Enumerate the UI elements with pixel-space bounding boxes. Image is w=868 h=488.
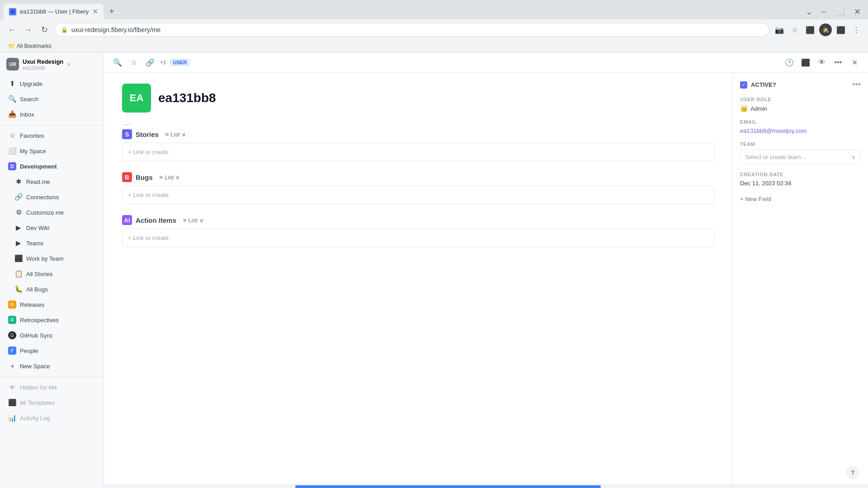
layout-button[interactable]: ⬛ xyxy=(799,56,812,69)
sidebar-item-work-by-team[interactable]: ⬛ Work by Team xyxy=(2,251,102,266)
sidebar-item-all-stories[interactable]: 📋 All Stories xyxy=(2,267,102,281)
bugs-view-label: List xyxy=(165,174,174,181)
bookmark-star-icon[interactable]: ☆ xyxy=(788,23,801,36)
sidebar-item-github-sync[interactable]: G GitHub Sync xyxy=(2,328,102,343)
forward-button[interactable]: → xyxy=(22,23,34,36)
sidebar-item-templates[interactable]: ⬛ 86 Templates xyxy=(2,395,102,410)
sidebar-item-upgrade[interactable]: ⬆ Upgrade xyxy=(2,76,102,91)
bugs-link-or-create-label: + Link or create xyxy=(128,192,169,198)
link-count[interactable]: +1 xyxy=(160,59,166,66)
tab-close-button[interactable]: ✕ xyxy=(92,7,98,16)
user-avatar-large: EA xyxy=(122,84,151,113)
sidebar-item-favorites[interactable]: ☆ Favorites xyxy=(2,128,102,143)
view-button[interactable]: 👁 xyxy=(816,56,828,69)
close-button[interactable]: ✕ xyxy=(850,5,864,19)
inbox-icon: 📥 xyxy=(8,110,16,118)
active-tab[interactable]: ea131bb8 — User | Fibery ✕ xyxy=(4,4,104,19)
more-fields-button[interactable]: ... xyxy=(122,116,714,129)
releases-label: Releases xyxy=(20,301,44,308)
people-icon: P xyxy=(8,347,16,355)
my-space-icon: ⬜ xyxy=(8,147,16,155)
sidebar-item-all-bugs[interactable]: 🐛 All Bugs xyxy=(2,282,102,296)
active-menu-button[interactable]: ••• xyxy=(852,80,861,89)
link-or-create-label: + Link or create xyxy=(128,149,169,155)
sidebar-divider-1 xyxy=(0,125,104,125)
sidebar-item-my-space[interactable]: ⬜ My Space xyxy=(2,144,102,158)
more-options-button[interactable]: ••• xyxy=(832,56,844,69)
stories-section-header: S Stories ≡ List ∨ xyxy=(122,129,714,139)
action-items-view-chevron: ∨ xyxy=(199,217,204,224)
sidebar-item-teams[interactable]: ▶ Teams xyxy=(2,236,102,250)
sidebar-item-connections[interactable]: 🔗 Connections xyxy=(2,190,102,204)
workspace-subtitle: ea131bb8 xyxy=(23,65,63,70)
sidebar-item-search[interactable]: 🔍 Search xyxy=(2,92,102,106)
all-stories-label: All Stories xyxy=(26,271,53,277)
bugs-view-toggle[interactable]: ≡ List ∨ xyxy=(156,173,184,182)
new-tab-button[interactable]: + xyxy=(105,5,118,19)
sidebar-item-dev-wiki[interactable]: ▶ Dev Wiki xyxy=(2,221,102,235)
sidebar-item-people[interactable]: P People xyxy=(2,343,102,358)
user-role-text: Admin xyxy=(750,105,767,112)
templates-label: 86 Templates xyxy=(20,399,55,406)
right-panel: ✓ ACTIVE? ••• USER ROLE 👑 Admin EMAIL ea… xyxy=(732,73,868,484)
action-items-view-toggle[interactable]: ≡ List ∨ xyxy=(180,216,207,225)
hidden-icon: 👁 xyxy=(8,383,16,391)
lock-icon: 🔒 xyxy=(61,27,68,33)
sidebar-item-hidden[interactable]: 👁 Hidden for Me xyxy=(2,380,102,394)
split-screen-icon[interactable]: ⬛ xyxy=(804,23,816,36)
readme-icon: ✱ xyxy=(14,178,23,186)
workspace-header[interactable]: UR Uxui Redesign ea131bb8 ∨ xyxy=(0,52,104,76)
sidebar-item-retrospectives[interactable]: R Retrospectives xyxy=(2,313,102,327)
my-space-label: My Space xyxy=(20,148,46,155)
sidebar-item-customize[interactable]: ⚙ Customize.me xyxy=(2,205,102,220)
link-toolbar-button[interactable]: 🔗 xyxy=(144,56,156,69)
user-role-value: 👑 Admin xyxy=(740,105,861,112)
history-button[interactable]: 🕐 xyxy=(783,56,796,69)
new-field-button[interactable]: + New Field xyxy=(740,194,861,204)
camera-icon[interactable]: 📷 xyxy=(773,23,786,36)
action-items-link-or-create[interactable]: + Link or create xyxy=(128,233,708,243)
bookmarks-bar-item[interactable]: 📁 All Bookmarks xyxy=(5,42,54,50)
sidebar-item-development[interactable]: D Development xyxy=(2,159,102,174)
incognito-avatar: 🕵 xyxy=(819,23,832,36)
connections-icon: 🔗 xyxy=(14,193,23,201)
search-icon: 🔍 xyxy=(8,95,16,103)
bottom-scrollbar[interactable] xyxy=(104,484,868,488)
scroll-thumb xyxy=(295,485,601,488)
templates-icon: ⬛ xyxy=(8,399,16,407)
development-label: Development xyxy=(20,163,57,170)
creation-date-text: Dec 11, 2023 02:34 xyxy=(740,180,791,187)
search-label: Search xyxy=(20,96,38,103)
help-button[interactable]: ? xyxy=(846,466,859,479)
sidebar-item-readme[interactable]: ✱ Read.me xyxy=(2,174,102,189)
search-toolbar-button[interactable]: 🔍 xyxy=(111,56,124,69)
bugs-view-icon: ≡ xyxy=(160,174,163,181)
stories-link-or-create[interactable]: + Link or create xyxy=(128,147,708,157)
sidebar-item-new-space[interactable]: ＋ New Space xyxy=(2,359,102,373)
workspace-name: Uxui Redesign xyxy=(23,58,63,65)
extensions-icon[interactable]: ⬛ xyxy=(835,23,847,36)
bugs-link-or-create[interactable]: + Link or create xyxy=(128,190,708,200)
favorites-label: Favorites xyxy=(20,132,44,139)
minimize-button[interactable]: – xyxy=(818,5,830,18)
active-checkbox[interactable]: ✓ xyxy=(740,81,747,89)
stories-view-toggle[interactable]: ≡ List ∨ xyxy=(162,130,189,139)
team-select[interactable]: Select or create team... ∨ xyxy=(740,150,861,164)
sidebar-item-inbox[interactable]: 📥 Inbox xyxy=(2,107,102,122)
sidebar: UR Uxui Redesign ea131bb8 ∨ ⬆ Upgrade 🔍 … xyxy=(0,52,104,488)
doc-editor: EA ea131bb8 ... S Stories ≡ List xyxy=(104,73,732,484)
sidebar-item-releases[interactable]: R Releases xyxy=(2,297,102,312)
sidebar-item-activity-log[interactable]: 📊 Activity Log xyxy=(2,411,102,425)
address-bar[interactable]: 🔒 uxui-redesign.fibery.io/fibery/me xyxy=(54,23,769,37)
reload-button[interactable]: ↻ xyxy=(38,23,51,36)
menu-icon[interactable]: ⋮ xyxy=(850,23,863,36)
favorite-toolbar-button[interactable]: ☆ xyxy=(127,56,140,69)
svg-point-0 xyxy=(10,9,15,14)
tab-title: ea131bb8 — User | Fibery xyxy=(20,8,89,15)
restore-button[interactable]: ⬜ xyxy=(831,5,849,19)
close-panel-button[interactable]: ✕ xyxy=(848,56,861,69)
user-role-field: USER ROLE 👑 Admin xyxy=(740,97,861,112)
tab-scroll-down[interactable]: ⌄ xyxy=(802,5,816,19)
back-button[interactable]: ← xyxy=(5,23,18,36)
stories-content: + Link or create xyxy=(122,143,714,161)
